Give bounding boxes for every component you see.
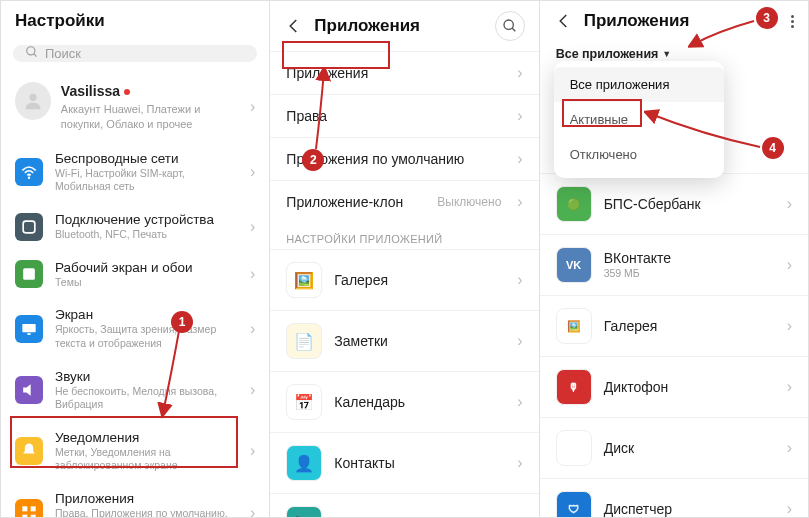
app-row[interactable]: 👤 Контакты › — [270, 432, 538, 493]
settings-item-sound[interactable]: ЗвукиНе беспокоить, Мелодия вызова, Вибр… — [1, 360, 269, 421]
app-row[interactable]: 🖼️ Галерея › — [270, 249, 538, 310]
item-title: Приложение-клон — [286, 194, 425, 210]
overflow-menu[interactable] — [791, 15, 794, 28]
apps-bottom-list: 🖼️ Галерея › 📄 Заметки › 📅 Календарь › 👤… — [270, 249, 538, 517]
app-row[interactable]: 🟢 БПС-Сбербанк › — [540, 173, 808, 234]
app-row[interactable]: 🛡 Диспетчер › — [540, 478, 808, 517]
svg-rect-5 — [23, 269, 35, 281]
app-row[interactable]: VK ВКонтакте359 МБ › — [540, 234, 808, 295]
app-row[interactable]: ▲ Диск › — [540, 417, 808, 478]
app-icon: 📅 — [286, 384, 322, 420]
chevron-right-icon: › — [250, 442, 255, 460]
svg-point-14 — [504, 20, 513, 29]
step-badge-1: 1 — [171, 311, 193, 333]
app-row[interactable]: 📞 Службы Телефон › — [270, 493, 538, 517]
svg-rect-11 — [31, 514, 36, 517]
item-value: Выключено — [437, 195, 501, 209]
chevron-right-icon: › — [517, 150, 522, 168]
account-sub: Аккаунт Huawei, Платежи и покупки, Облак… — [61, 102, 240, 132]
step-badge-3: 3 — [756, 7, 778, 29]
settings-item-wifi[interactable]: Беспроводные сетиWi-Fi, Настройки SIM-ка… — [1, 142, 269, 203]
app-row[interactable]: 🎙 Диктофон › — [540, 356, 808, 417]
item-title: Экран — [55, 307, 238, 322]
item-title: Приложения — [55, 491, 238, 506]
app-size: 359 МБ — [604, 267, 775, 281]
filter-option-all[interactable]: Все приложения — [554, 67, 724, 102]
filter-option-active[interactable]: Активные — [554, 102, 724, 137]
chevron-right-icon: › — [787, 500, 792, 517]
sound-icon — [15, 376, 43, 404]
chevron-right-icon: › — [787, 317, 792, 335]
chevron-right-icon: › — [787, 195, 792, 213]
chevron-right-icon: › — [250, 163, 255, 181]
app-icon: 🖼️ — [556, 308, 592, 344]
chevron-right-icon: › — [517, 64, 522, 82]
chevron-right-icon: › — [517, 271, 522, 289]
svg-rect-8 — [22, 506, 27, 511]
search-input[interactable]: Поиск — [13, 45, 257, 62]
filter-option-disabled[interactable]: Отключено — [554, 137, 724, 172]
bell-icon — [15, 437, 43, 465]
settings-item-bell[interactable]: УведомленияМетки, Уведомления на заблоки… — [1, 421, 269, 482]
apps-icon — [15, 499, 43, 517]
item-title: Приложения — [286, 65, 505, 81]
item-sub: Темы — [55, 276, 238, 290]
search-icon — [25, 45, 39, 62]
dropdown-triangle-icon: ▼ — [662, 49, 671, 59]
chevron-right-icon: › — [517, 332, 522, 350]
back-button[interactable] — [554, 11, 574, 31]
chevron-right-icon: › — [250, 381, 255, 399]
chevron-right-icon: › — [250, 218, 255, 236]
settings-list: Беспроводные сетиWi-Fi, Настройки SIM-ка… — [1, 142, 269, 517]
display-icon — [15, 315, 43, 343]
app-icon: 🟢 — [556, 186, 592, 222]
svg-rect-9 — [31, 506, 36, 511]
chevron-right-icon: › — [787, 256, 792, 274]
app-row[interactable]: 📄 Заметки › — [270, 310, 538, 371]
app-row[interactable]: 📅 Календарь › — [270, 371, 538, 432]
app-title: Контакты — [334, 455, 505, 471]
settings-item-home[interactable]: Рабочий экран и обоиТемы › — [1, 251, 269, 299]
settings-title: Настройки — [15, 11, 255, 31]
settings-item-apps[interactable]: ПриложенияПрава, Приложения по умолчанию… — [1, 482, 269, 517]
app-list-title: Приложения — [584, 11, 781, 31]
apps-title: Приложения — [314, 16, 484, 36]
app-icon: 🖼️ — [286, 262, 322, 298]
app-title: Службы Телефон — [334, 516, 505, 517]
app-icon: 🎙 — [556, 369, 592, 405]
svg-point-0 — [27, 47, 35, 55]
search-placeholder: Поиск — [45, 46, 81, 61]
home-icon — [15, 260, 43, 288]
item-title: Звуки — [55, 369, 238, 384]
app-icon: VK — [556, 247, 592, 283]
filter-label: Все приложения — [556, 47, 659, 61]
item-title: Подключение устройства — [55, 212, 238, 227]
app-icon: 👤 — [286, 445, 322, 481]
chevron-right-icon: › — [250, 320, 255, 338]
search-button[interactable] — [495, 11, 525, 41]
filter-dropdown: Все приложения Активные Отключено — [554, 61, 724, 178]
app-icon: 🛡 — [556, 491, 592, 517]
apps-menu-item[interactable]: Приложение-клон Выключено › — [270, 180, 538, 223]
installed-apps-list: 🟢 БПС-Сбербанк › VK ВКонтакте359 МБ › 🖼️… — [540, 173, 808, 517]
step-badge-4: 4 — [762, 137, 784, 159]
app-row[interactable]: 🖼️ Галерея › — [540, 295, 808, 356]
app-list-pane: Приложения Все приложения ▼ Все приложен… — [540, 1, 808, 517]
chevron-right-icon: › — [517, 107, 522, 125]
filter-dropdown-trigger[interactable]: Все приложения ▼ — [540, 41, 808, 63]
settings-item-link[interactable]: Подключение устройстваBluetooth, NFC, Пе… — [1, 203, 269, 251]
account-row[interactable]: Vasilissa Аккаунт Huawei, Платежи и поку… — [1, 72, 269, 142]
back-button[interactable] — [284, 16, 304, 36]
svg-line-1 — [34, 54, 37, 57]
app-title: БПС-Сбербанк — [604, 196, 775, 212]
chevron-right-icon: › — [517, 193, 522, 211]
settings-item-display[interactable]: ЭкранЯркость, Защита зрения, Размер текс… — [1, 298, 269, 359]
settings-pane: Настройки Поиск Vasilissa Аккаунт Huawei… — [1, 1, 270, 517]
apps-menu-item[interactable]: Права › — [270, 94, 538, 137]
item-title: Рабочий экран и обои — [55, 260, 238, 275]
item-title: Беспроводные сети — [55, 151, 238, 166]
chevron-right-icon: › — [787, 439, 792, 457]
apps-menu-item[interactable]: Приложения › — [270, 51, 538, 94]
item-sub: Bluetooth, NFC, Печать — [55, 228, 238, 242]
app-title: Галерея — [604, 318, 775, 334]
